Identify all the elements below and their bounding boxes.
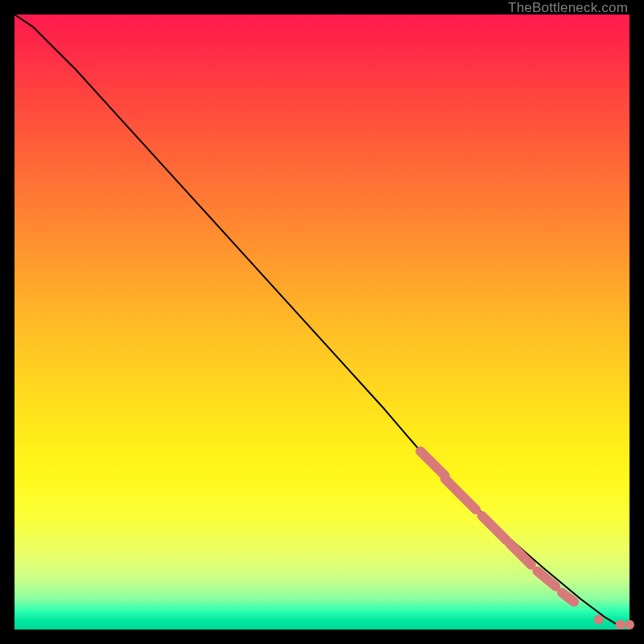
marker-segment — [420, 451, 445, 476]
marker-dot — [594, 615, 604, 625]
chart-svg — [14, 14, 630, 630]
marker-segment — [537, 571, 555, 586]
marker-segment — [482, 516, 507, 541]
marker-dot — [625, 620, 634, 630]
chart-frame: TheBottleneck.com — [0, 0, 644, 644]
watermark-text: TheBottleneck.com — [508, 0, 628, 16]
marker-dot — [616, 620, 625, 630]
curve-line — [14, 14, 630, 625]
marker-segment — [445, 479, 476, 510]
plot-area — [14, 14, 630, 630]
marker-segments — [420, 451, 574, 601]
marker-segment — [562, 592, 574, 601]
